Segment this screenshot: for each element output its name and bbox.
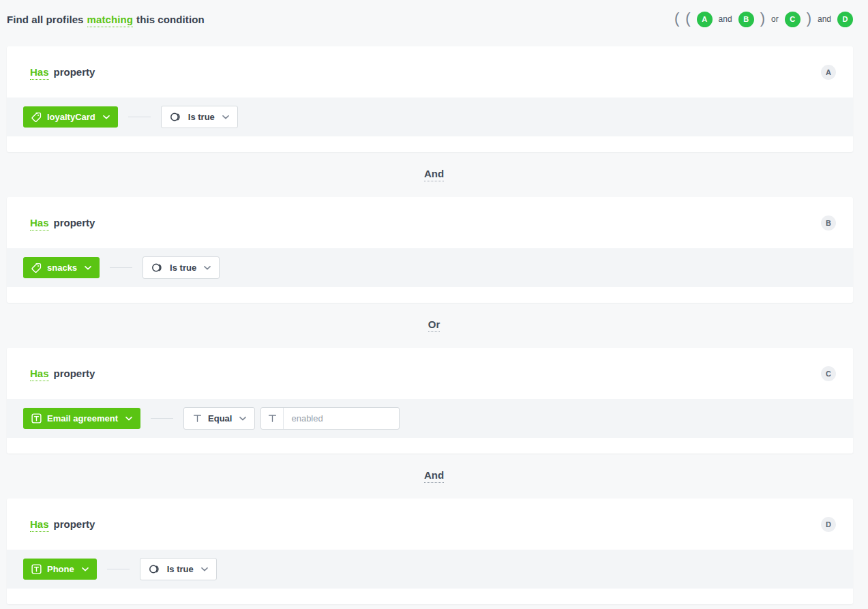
logic-separator-label[interactable]: And xyxy=(424,168,444,181)
boolean-icon xyxy=(170,112,183,122)
logic-separator: Or xyxy=(0,303,868,348)
condition-letter-badge: B xyxy=(821,216,836,231)
matching-mode-selector[interactable]: matching xyxy=(87,14,133,27)
condition-card: HaspropertyDPhoneIs true xyxy=(7,499,853,604)
condition-title-rest: property xyxy=(54,217,95,228)
value-input[interactable] xyxy=(284,408,399,429)
condition-card-header: HaspropertyB xyxy=(7,197,853,248)
chevron-down-icon xyxy=(103,115,110,119)
chevron-down-icon xyxy=(201,567,208,571)
text-icon xyxy=(267,413,278,424)
property-select-button[interactable]: Email agreement xyxy=(23,408,140,429)
operator-label: Is true xyxy=(167,564,194,574)
formula-paren: ( xyxy=(674,11,679,26)
condition-card-header: HaspropertyD xyxy=(7,499,853,550)
segment-builder: HaspropertyAloyaltyCardIs trueAndHasprop… xyxy=(0,46,868,604)
operator-select-button[interactable]: Is true xyxy=(161,106,238,128)
text-attribute-icon xyxy=(31,564,42,574)
property-select-button[interactable]: snacks xyxy=(23,257,100,278)
connector-line xyxy=(128,117,151,117)
formula-paren: ) xyxy=(807,11,811,26)
property-label: Phone xyxy=(47,564,74,574)
operator-label: Is true xyxy=(170,263,196,273)
connector-line xyxy=(110,267,132,268)
text-attribute-icon xyxy=(31,413,42,424)
chevron-down-icon xyxy=(239,417,246,421)
condition-card: HaspropertyCEmail agreementEqual xyxy=(7,348,853,454)
connector-line xyxy=(107,569,130,569)
value-input-prefix xyxy=(261,408,284,429)
formula-operator: and xyxy=(818,14,831,24)
condition-title: Hasproperty xyxy=(30,518,95,530)
condition-card-header: HaspropertyC xyxy=(7,348,853,399)
chevron-down-icon xyxy=(222,115,229,119)
condition-row: Email agreementEqual xyxy=(7,399,853,438)
condition-row: PhoneIs true xyxy=(7,550,853,589)
condition-title: Hasproperty xyxy=(30,66,95,78)
condition-card-header: HaspropertyA xyxy=(7,46,853,98)
condition-row: loyaltyCardIs true xyxy=(7,98,853,136)
operator-label: Equal xyxy=(208,413,232,424)
condition-card-footer xyxy=(7,287,853,303)
chevron-down-icon xyxy=(125,417,132,421)
chevron-down-icon xyxy=(204,266,211,270)
condition-title-rest: property xyxy=(54,518,95,530)
formula-node-badge: A xyxy=(697,12,713,27)
boolean-icon xyxy=(149,564,162,574)
operator-select-button[interactable]: Is true xyxy=(140,558,217,580)
logic-separator: And xyxy=(0,454,868,499)
chevron-down-icon xyxy=(85,266,91,270)
condition-letter-badge: A xyxy=(821,65,836,80)
operator-select-button[interactable]: Is true xyxy=(143,256,220,279)
formula-node-badge: C xyxy=(785,12,800,27)
formula-operator: and xyxy=(719,14,732,24)
operator-label: Is true xyxy=(188,112,215,122)
operator-select-button[interactable]: Equal xyxy=(183,407,255,430)
text-icon xyxy=(192,413,203,424)
condition-title-rest: property xyxy=(54,368,95,379)
property-select-button[interactable]: loyaltyCard xyxy=(23,106,118,128)
page-title-suffix: this condition xyxy=(136,14,205,25)
tag-icon xyxy=(31,263,42,273)
property-label: Email agreement xyxy=(47,413,118,424)
formula-paren: ( xyxy=(685,11,690,26)
condition-card-footer xyxy=(7,438,853,454)
boolean-icon xyxy=(151,263,164,273)
condition-letter-badge: D xyxy=(821,517,836,532)
tag-icon xyxy=(31,112,42,122)
condition-letter-badge: C xyxy=(821,366,836,381)
page-title: Find all profilesmatchingthis condition xyxy=(7,14,205,25)
condition-title: Hasproperty xyxy=(30,217,95,228)
formula-node-badge: B xyxy=(738,12,754,27)
formula-operator: or xyxy=(771,14,779,24)
condition-card-footer xyxy=(7,589,853,604)
condition-row: snacksIs true xyxy=(7,248,853,287)
condition-card: HaspropertyAloyaltyCardIs true xyxy=(7,46,853,152)
logic-separator: And xyxy=(0,152,868,197)
logic-separator-label[interactable]: Or xyxy=(428,318,440,332)
header-bar: Find all profilesmatchingthis condition … xyxy=(0,0,868,38)
condition-keyword[interactable]: Has xyxy=(30,518,49,532)
formula-node-badge: D xyxy=(837,12,853,27)
value-input-group xyxy=(260,407,400,430)
condition-formula: ((AandB)orC)andD xyxy=(674,12,853,27)
condition-keyword[interactable]: Has xyxy=(30,368,49,381)
condition-keyword[interactable]: Has xyxy=(30,66,49,80)
formula-paren: ) xyxy=(760,11,765,26)
connector-line xyxy=(151,418,173,419)
condition-title-rest: property xyxy=(54,66,95,78)
chevron-down-icon xyxy=(82,567,89,571)
condition-title: Hasproperty xyxy=(30,368,95,379)
property-label: snacks xyxy=(47,263,77,273)
property-select-button[interactable]: Phone xyxy=(23,559,97,580)
page-title-prefix: Find all profiles xyxy=(7,14,84,25)
property-label: loyaltyCard xyxy=(47,112,95,122)
condition-card-footer xyxy=(7,136,853,152)
condition-keyword[interactable]: Has xyxy=(30,217,49,231)
condition-card: HaspropertyBsnacksIs true xyxy=(7,197,853,303)
logic-separator-label[interactable]: And xyxy=(424,469,444,483)
